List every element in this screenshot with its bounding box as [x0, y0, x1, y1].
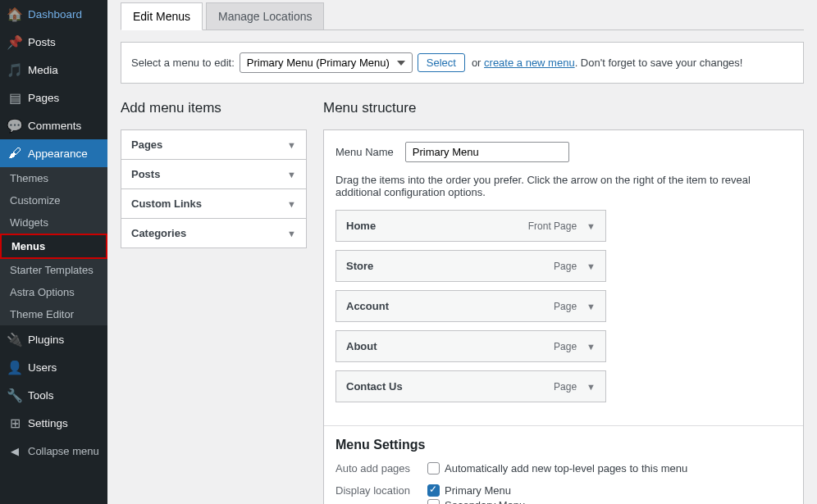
plugin-icon: 🔌: [7, 331, 23, 347]
main-content: Edit Menus Manage Locations Select a men…: [107, 0, 817, 504]
display-location-label: Display location: [335, 484, 427, 504]
location-primary[interactable]: Primary Menu: [427, 484, 792, 497]
menu-item-account[interactable]: AccountPage▼: [335, 290, 606, 322]
sidebar-item-media[interactable]: 🎵Media: [0, 56, 107, 84]
create-menu-link[interactable]: create a new menu: [484, 57, 575, 69]
menu-item-contact[interactable]: Contact UsPage▼: [335, 370, 606, 402]
display-location-row: Display location Primary Menu Secondary …: [335, 484, 792, 504]
sidebar-item-tools[interactable]: 🔧Tools: [0, 381, 107, 409]
pin-icon: 📌: [7, 34, 23, 50]
wrench-icon: 🔧: [7, 387, 23, 403]
sidebar-item-label: Plugins: [28, 334, 64, 346]
accordion-posts[interactable]: Posts▼: [121, 160, 306, 189]
sidebar-item-appearance[interactable]: 🖌Appearance: [0, 139, 107, 167]
user-icon: 👤: [7, 359, 23, 375]
menu-select-bar: Select a menu to edit: Primary Menu (Pri…: [121, 42, 804, 84]
collapse-menu[interactable]: ◀Collapse menu: [0, 437, 107, 465]
location-secondary-checkbox[interactable]: [427, 499, 440, 504]
submenu-menus[interactable]: Menus: [0, 234, 107, 259]
auto-add-checkbox[interactable]: [427, 462, 440, 474]
dashboard-icon: 🏠: [7, 6, 23, 22]
accordion-categories[interactable]: Categories▼: [121, 219, 306, 247]
sidebar-item-label: Settings: [28, 417, 68, 429]
sidebar-item-plugins[interactable]: 🔌Plugins: [0, 325, 107, 353]
structure-box: Menu Name Drag the items into the order …: [323, 129, 804, 504]
media-icon: 🎵: [7, 61, 23, 78]
sidebar-item-posts[interactable]: 📌Posts: [0, 28, 107, 56]
sidebar-item-label: Dashboard: [28, 8, 82, 20]
menu-items-list: HomeFront Page▼ StorePage▼ AccountPage▼ …: [324, 210, 803, 425]
menu-name-input[interactable]: [405, 142, 569, 162]
sidebar-item-users[interactable]: 👤Users: [0, 353, 107, 381]
sidebar-item-label: Users: [28, 361, 57, 374]
collapse-label: Collapse menu: [28, 445, 99, 457]
brush-icon: 🖌: [7, 145, 23, 161]
add-menu-items-column: Add menu items Pages▼ Posts▼ Custom Link…: [121, 100, 307, 504]
sidebar-item-label: Comments: [28, 120, 81, 132]
caret-down-icon: ▼: [587, 261, 596, 271]
tab-edit-menus[interactable]: Edit Menus: [121, 2, 203, 30]
location-secondary[interactable]: Secondary Menu: [427, 499, 792, 504]
caret-down-icon: ▼: [287, 140, 296, 150]
structure-heading: Menu structure: [323, 100, 804, 116]
appearance-submenu: Themes Customize Widgets Menus Starter T…: [0, 167, 107, 325]
submenu-starter-templates[interactable]: Starter Templates: [0, 259, 107, 281]
caret-down-icon: ▼: [587, 342, 596, 352]
or-text: or: [472, 57, 484, 69]
submenu-astra-options[interactable]: Astra Options: [0, 281, 107, 303]
admin-sidebar: 🏠Dashboard 📌Posts 🎵Media ▤Pages 💬Comment…: [0, 0, 107, 504]
caret-down-icon: ▼: [587, 302, 596, 311]
auto-add-label: Auto add pages: [335, 462, 427, 477]
sidebar-item-dashboard[interactable]: 🏠Dashboard: [0, 0, 107, 28]
menu-settings: Menu Settings Auto add pages Automatical…: [324, 425, 803, 504]
menu-item-store[interactable]: StorePage▼: [335, 250, 606, 282]
select-label: Select a menu to edit:: [131, 57, 235, 69]
accordion-pages[interactable]: Pages▼: [121, 130, 306, 160]
submenu-theme-editor[interactable]: Theme Editor: [0, 303, 107, 325]
menu-structure-column: Menu structure Menu Name Drag the items …: [323, 100, 804, 504]
trailing-text: . Don't forget to save your changes!: [575, 57, 743, 69]
submenu-themes[interactable]: Themes: [0, 167, 107, 189]
drag-hint: Drag the items into the order you prefer…: [324, 174, 803, 210]
sidebar-item-label: Media: [28, 64, 58, 76]
select-button[interactable]: Select: [418, 53, 465, 72]
sidebar-item-label: Posts: [28, 36, 56, 48]
settings-heading: Menu Settings: [335, 438, 792, 452]
menu-item-about[interactable]: AboutPage▼: [335, 330, 606, 362]
caret-down-icon: ▼: [287, 170, 296, 179]
sidebar-item-label: Pages: [28, 92, 59, 104]
menu-select-dropdown[interactable]: Primary Menu (Primary Menu): [240, 52, 413, 73]
comment-icon: 💬: [7, 117, 23, 134]
caret-down-icon: ▼: [587, 382, 596, 392]
submenu-customize[interactable]: Customize: [0, 189, 107, 211]
sidebar-item-comments[interactable]: 💬Comments: [0, 111, 107, 139]
page-icon: ▤: [7, 89, 23, 106]
accordion-custom-links[interactable]: Custom Links▼: [121, 189, 306, 219]
sidebar-item-settings[interactable]: ⊞Settings: [0, 409, 107, 437]
caret-down-icon: ▼: [287, 199, 296, 209]
location-primary-checkbox[interactable]: [427, 484, 440, 497]
caret-down-icon: ▼: [287, 229, 296, 238]
menu-name-label: Menu Name: [335, 146, 394, 158]
auto-add-option[interactable]: Automatically add new top-level pages to…: [427, 462, 792, 474]
add-items-accordion: Pages▼ Posts▼ Custom Links▼ Categories▼: [121, 129, 307, 248]
menu-name-row: Menu Name: [324, 130, 803, 174]
auto-add-row: Auto add pages Automatically add new top…: [335, 462, 792, 477]
sidebar-item-pages[interactable]: ▤Pages: [0, 84, 107, 111]
collapse-icon: ◀: [7, 443, 23, 459]
menu-item-home[interactable]: HomeFront Page▼: [335, 210, 606, 242]
submenu-widgets[interactable]: Widgets: [0, 211, 107, 234]
caret-down-icon: ▼: [587, 221, 596, 231]
sidebar-item-label: Appearance: [28, 148, 88, 160]
add-items-heading: Add menu items: [121, 100, 307, 116]
tab-manage-locations[interactable]: Manage Locations: [206, 2, 324, 30]
settings-icon: ⊞: [7, 415, 23, 431]
sidebar-item-label: Tools: [28, 389, 54, 402]
nav-tabs: Edit Menus Manage Locations: [121, 2, 804, 30]
